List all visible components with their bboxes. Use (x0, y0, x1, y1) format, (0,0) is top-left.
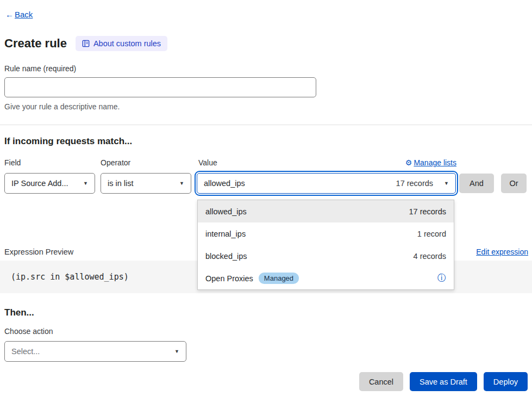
rule-name-label: Rule name (required) (4, 64, 76, 73)
chevron-down-icon: ▼ (174, 349, 179, 354)
value-select-value: allowed_ips (204, 179, 245, 188)
deploy-button[interactable]: Deploy (484, 372, 528, 391)
field-select[interactable]: IP Source Add... ▼ (4, 173, 95, 194)
operator-select[interactable]: is in list ▼ (101, 173, 191, 194)
list-option-name: allowed_ips (205, 207, 247, 216)
back-link-label: Back (15, 10, 33, 19)
expression-code: (ip.src in $allowed_ips) (11, 272, 129, 282)
back-link[interactable]: ←Back (5, 10, 33, 19)
managed-badge: Managed (259, 273, 299, 284)
manage-lists-row: ⚙Manage lists (397, 158, 456, 167)
operator-select-value: is in list (108, 179, 134, 188)
match-section-heading: If incoming requests match... (4, 136, 132, 147)
operator-label: Operator (101, 158, 130, 167)
about-custom-rules-link[interactable]: About custom rules (76, 36, 167, 51)
edit-expression-link[interactable]: Edit expression (476, 248, 528, 256)
manage-lists-link[interactable]: ⚙Manage lists (405, 158, 456, 167)
section-divider (0, 125, 532, 125)
chevron-down-icon: ▼ (444, 181, 449, 186)
info-icon[interactable]: ⓘ (437, 273, 446, 284)
list-option-name: internal_ips (205, 230, 246, 238)
choose-action-label: Choose action (4, 327, 53, 336)
back-link-row: ←Back (5, 10, 33, 19)
list-option-allowed-ips[interactable]: allowed_ips 17 records (198, 200, 454, 222)
title-row: Create rule About custom rules (4, 36, 167, 51)
value-select[interactable]: allowed_ips 17 records ▼ (197, 173, 456, 194)
field-select-value: IP Source Add... (11, 179, 68, 188)
list-option-name: Open Proxies (205, 274, 253, 283)
footer-actions: Cancel Save as Draft Deploy (359, 372, 528, 391)
book-icon (82, 40, 90, 47)
action-select-placeholder: Select... (11, 347, 40, 356)
action-select[interactable]: Select... ▼ (4, 341, 186, 362)
list-option-open-proxies[interactable]: Open Proxies Managed ⓘ (198, 267, 454, 289)
list-option-name: blocked_ips (205, 252, 247, 261)
value-select-records: 17 records (396, 179, 434, 188)
or-button[interactable]: Or (501, 174, 527, 193)
list-option-detail: 1 record (417, 230, 446, 238)
back-arrow-icon: ← (5, 10, 14, 19)
chevron-down-icon: ▼ (83, 181, 88, 186)
save-as-draft-button[interactable]: Save as Draft (410, 372, 477, 391)
create-rule-page: ←Back Create rule About custom rules Rul… (0, 0, 532, 402)
gear-icon: ⚙ (405, 158, 412, 167)
list-option-detail: 4 records (414, 252, 446, 261)
cancel-button[interactable]: Cancel (359, 372, 403, 391)
page-title: Create rule (4, 36, 67, 51)
expression-preview-label: Expression Preview (4, 248, 73, 256)
chevron-down-icon: ▼ (179, 181, 184, 186)
list-option-detail: 17 records (409, 207, 446, 216)
about-custom-rules-label: About custom rules (93, 39, 161, 48)
list-option-internal-ips[interactable]: internal_ips 1 record (198, 222, 454, 245)
rule-name-helper: Give your rule a descriptive name. (4, 102, 120, 111)
and-button[interactable]: And (459, 174, 494, 193)
manage-lists-label: Manage lists (414, 158, 456, 167)
list-option-blocked-ips[interactable]: blocked_ips 4 records (198, 245, 454, 267)
field-label: Field (4, 158, 21, 167)
then-section-heading: Then... (4, 307, 34, 318)
value-label: Value (198, 158, 217, 167)
rule-name-input[interactable] (4, 77, 316, 97)
list-dropdown-menu: allowed_ips 17 records internal_ips 1 re… (197, 200, 454, 290)
